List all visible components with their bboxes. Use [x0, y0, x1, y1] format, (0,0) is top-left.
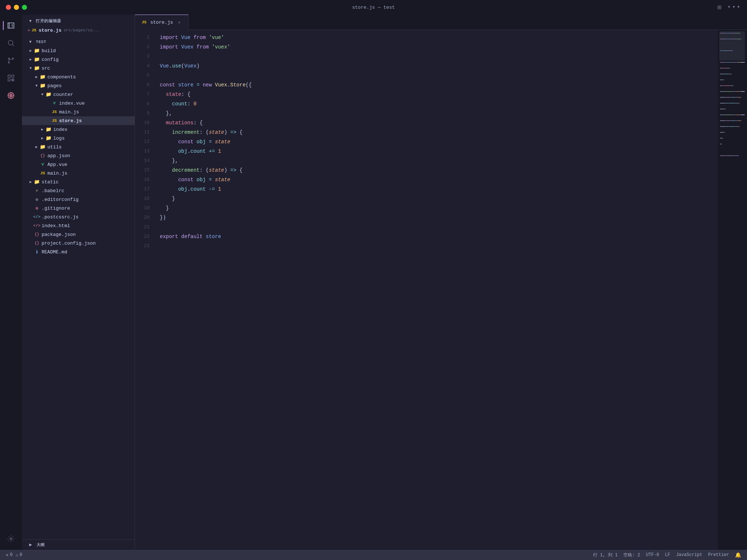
code-line-13: 13 obj.count += 1: [135, 147, 718, 156]
css-icon: </>: [34, 214, 40, 220]
status-line-ending[interactable]: LF: [665, 552, 670, 558]
folder-src-icon: 📁: [34, 65, 40, 71]
tree-item-utils[interactable]: ▶ 📁 utils: [22, 143, 135, 151]
config-icon: ⚙: [34, 196, 40, 203]
folder-build-icon: 📁: [34, 47, 40, 54]
activity-settings[interactable]: [3, 531, 19, 547]
tree-label-components: components: [47, 74, 76, 80]
titlebar: store.js — test ⊞ •••: [0, 0, 747, 15]
tree-item-project-config[interactable]: ▶ {} project.config.json: [22, 239, 135, 248]
status-errors[interactable]: ✕ 0 ⚠ 0: [6, 552, 22, 558]
more-icon[interactable]: •••: [727, 4, 741, 11]
svg-rect-4: [8, 75, 10, 77]
line-number: 18: [135, 194, 157, 203]
tree-item-src[interactable]: ▼ 📁 src: [22, 64, 135, 73]
minimize-button[interactable]: [14, 5, 19, 10]
code-line-7: 7 state: {: [135, 90, 718, 99]
tree-item-config[interactable]: ▶ 📁 config: [22, 55, 135, 64]
tree-item-counter[interactable]: ▼ 📁 counter: [22, 90, 135, 99]
arrow-pages: ▼: [34, 83, 39, 89]
arrow-index: ▶: [39, 127, 45, 132]
line-number: 13: [135, 147, 157, 156]
status-position[interactable]: 行 1, 列 1: [593, 552, 618, 558]
tree-item-readme[interactable]: ▶ ℹ README.md: [22, 248, 135, 256]
tree-label-package-json: package.json: [42, 232, 76, 237]
line-content: obj.count -= 1: [157, 184, 718, 194]
js-icon-main: JS: [51, 109, 58, 115]
line-content: import Vuex from 'vuex': [157, 42, 718, 52]
folder-pages-icon: 📁: [39, 82, 46, 89]
close-file-icon[interactable]: ✕: [28, 28, 30, 32]
cursor-position: 行 1, 列 1: [593, 552, 618, 558]
activity-remote[interactable]: [3, 88, 19, 104]
code-line-3: 3: [135, 52, 718, 61]
tree-item-index-html[interactable]: ▶ </> index.html: [22, 221, 135, 230]
tabs-bar: JS store.js ✕: [135, 15, 747, 30]
tab-close-button[interactable]: ✕: [176, 19, 182, 26]
open-editors-section: ▼ 打开的编辑器 ✕ JS store.js src/pages/co...: [22, 15, 135, 36]
tree-item-pages[interactable]: ▼ 📁 pages: [22, 81, 135, 90]
activity-search[interactable]: [3, 35, 19, 51]
status-language[interactable]: JavaScript: [676, 552, 702, 558]
close-button[interactable]: [6, 5, 11, 10]
tree-item-build[interactable]: ▶ 📁 build: [22, 46, 135, 55]
arrow-utils: ▶: [34, 144, 39, 150]
line-content: }: [157, 194, 718, 203]
tree-label-static: static: [42, 179, 59, 185]
tree-item-gitignore[interactable]: ▶ ⚙ .gitignore: [22, 204, 135, 213]
indent-info: 空格: 2: [623, 552, 640, 558]
line-content: state: {: [157, 90, 718, 99]
line-content: },: [157, 109, 718, 118]
code-editor[interactable]: 1import Vue from 'vue'2import Vuex from …: [135, 30, 718, 550]
open-file-store[interactable]: ✕ JS store.js src/pages/co...: [22, 26, 135, 35]
tree-item-package-json[interactable]: ▶ {} package.json: [22, 230, 135, 239]
tree-item-components[interactable]: ▶ 📁 components: [22, 73, 135, 81]
tree-label-index-html: index.html: [42, 223, 70, 229]
line-content: export default store: [157, 232, 718, 241]
tab-store-js[interactable]: JS store.js ✕: [135, 15, 189, 30]
code-line-21: 21: [135, 222, 718, 232]
line-content: increment: (state) => {: [157, 128, 718, 137]
tree-item-postcssrc[interactable]: ▶ </> .postcssrc.js: [22, 213, 135, 221]
tree-item-store-js[interactable]: ▶ JS store.js: [22, 116, 135, 125]
tree-item-main-js-src[interactable]: ▶ JS main.js: [22, 169, 135, 178]
status-right: 行 1, 列 1 空格: 2 UTF-8 LF JavaScript Prett…: [593, 552, 741, 558]
status-encoding[interactable]: UTF-8: [646, 552, 659, 558]
layout-icon[interactable]: ⊞: [717, 3, 721, 11]
arrow-components: ▶: [34, 74, 39, 80]
tree-item-app-vue[interactable]: ▶ V App.vue: [22, 160, 135, 169]
tree-item-logs[interactable]: ▶ 📁 logs: [22, 134, 135, 143]
arrow-config: ▶: [28, 57, 34, 62]
code-line-20: 20}): [135, 213, 718, 222]
minimap: [718, 30, 747, 550]
tree-label-babelrc: .babelrc: [42, 188, 64, 194]
arrow-logs: ▶: [39, 135, 45, 141]
tree-item-index[interactable]: ▶ 📁 index: [22, 125, 135, 134]
line-content: },: [157, 156, 718, 166]
line-content: Vue.use(Vuex): [157, 61, 718, 71]
tree-item-main-js-counter[interactable]: ▶ JS main.js: [22, 108, 135, 116]
error-icon: ✕: [6, 552, 8, 558]
activity-git[interactable]: [3, 52, 19, 69]
tree-label-utils: utils: [47, 144, 62, 150]
tree-item-babelrc[interactable]: ▶ ⚡ .babelrc: [22, 186, 135, 195]
tree-label-main-js-counter: main.js: [59, 109, 79, 115]
line-number: 10: [135, 118, 157, 128]
tree-item-editorconfig[interactable]: ▶ ⚙ .editorconfig: [22, 195, 135, 204]
maximize-button[interactable]: [22, 5, 27, 10]
activity-extensions[interactable]: [3, 70, 19, 86]
json-icon-proj: {}: [34, 240, 40, 246]
tree-item-app-json[interactable]: ▶ {} app.json: [22, 151, 135, 160]
js-icon-main-src: JS: [39, 170, 46, 176]
status-bell[interactable]: 🔔: [735, 552, 741, 558]
status-formatter[interactable]: Prettier: [708, 552, 729, 558]
status-spaces[interactable]: 空格: 2: [623, 552, 640, 558]
tree-item-static[interactable]: ▶ 📁 static: [22, 178, 135, 186]
tree-label-main-js-src: main.js: [47, 171, 67, 176]
notification-bell-icon: 🔔: [735, 552, 741, 558]
test-section: ▼ TEST ▶ 📁 build ▶ 📁 config ▼ 📁 src: [22, 36, 135, 258]
tree-label-app-json: app.json: [47, 153, 70, 159]
activity-explorer[interactable]: [3, 18, 19, 34]
main-layout: ▼ 打开的编辑器 ✕ JS store.js src/pages/co... ▼…: [0, 15, 747, 550]
tree-item-index-vue[interactable]: ▶ V index.vue: [22, 99, 135, 108]
